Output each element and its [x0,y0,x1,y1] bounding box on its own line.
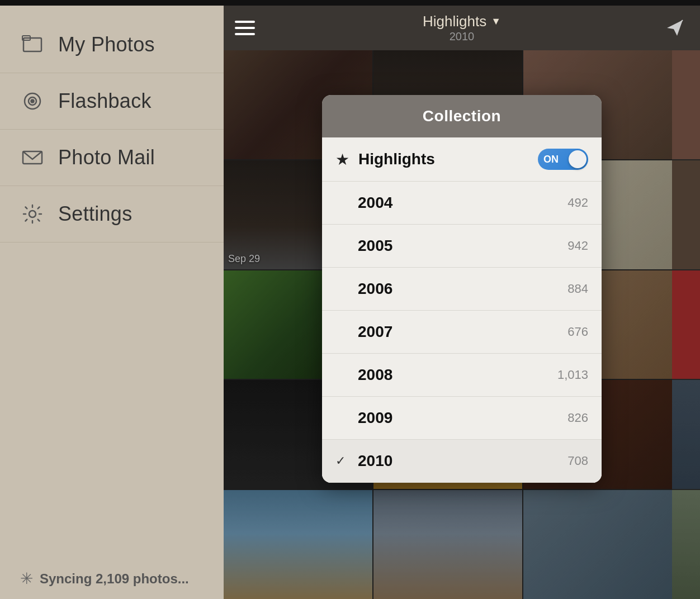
main-area: My Photos Flashback [0,6,700,599]
modal-overlay: Collection ★ Highlights ON [224,50,700,599]
highlights-label: Highlights [358,150,538,168]
year-label-2005: 2005 [358,237,567,255]
hamburger-line-1 [235,21,255,23]
sidebar-label-settings: Settings [58,202,132,226]
toggle-on-label: ON [543,154,559,165]
hamburger-line-3 [235,33,255,35]
svg-point-4 [31,100,34,103]
mail-icon [20,145,45,170]
sidebar-nav: My Photos Flashback [0,6,224,558]
year-count-2008: 1,013 [557,368,588,382]
sidebar: My Photos Flashback [0,6,224,599]
year-row-2008[interactable]: 2008 1,013 [322,354,602,397]
modal-content: ★ Highlights ON 2004 492 [322,137,602,483]
send-button[interactable] [661,14,689,42]
header-center: Highlights ▼ 2010 [423,13,501,43]
year-count-2007: 676 [567,325,588,339]
sidebar-label-my-photos: My Photos [58,33,155,56]
sidebar-label-photo-mail: Photo Mail [58,146,155,169]
chevron-down-icon: ▼ [491,16,501,27]
header-title-text: Highlights [423,13,486,30]
star-icon: ★ [335,150,349,169]
sidebar-item-my-photos[interactable]: My Photos [0,17,224,73]
sidebar-footer: ✳ Syncing 2,109 photos... [0,558,224,599]
modal-title: Collection [423,107,501,125]
content-area: Highlights ▼ 2010 Sep 2 [224,6,700,599]
year-count-2009: 826 [567,411,588,425]
sidebar-label-flashback: Flashback [58,89,152,113]
year-label-2010: 2010 [358,452,567,470]
hamburger-line-2 [235,27,255,29]
toggle-knob [569,150,587,168]
year-row-2007[interactable]: 2007 676 [322,311,602,354]
modal-header: Collection [322,95,602,137]
year-row-2004[interactable]: 2004 492 [322,182,602,225]
year-count-2010: 708 [567,454,588,468]
top-bar [0,0,700,6]
toggle-switch[interactable]: ON [538,149,588,170]
year-row-2009[interactable]: 2009 826 [322,397,602,440]
year-count-2005: 942 [567,239,588,253]
sync-status-text: Syncing 2,109 photos... [40,571,189,587]
year-label-2009: 2009 [358,409,567,427]
photo-icon [20,32,45,57]
year-check-2010: ✓ [335,454,352,468]
header-bar: Highlights ▼ 2010 [224,6,700,50]
year-label-2007: 2007 [358,323,567,341]
sidebar-item-settings[interactable]: Settings [0,186,224,243]
svg-point-6 [29,211,36,217]
year-row-2005[interactable]: 2005 942 [322,225,602,268]
year-count-2004: 492 [567,196,588,210]
year-label-2006: 2006 [358,280,567,298]
collection-modal: Collection ★ Highlights ON [322,95,602,483]
flashback-icon [20,89,45,113]
year-label-2008: 2008 [358,366,557,384]
sidebar-item-flashback[interactable]: Flashback [0,73,224,130]
sync-icon: ✳ [20,569,33,588]
header-title-row[interactable]: Highlights ▼ [423,13,501,30]
year-row-2010[interactable]: ✓ 2010 708 [322,440,602,483]
highlights-row[interactable]: ★ Highlights ON [322,137,602,182]
left-menu-button[interactable] [235,14,263,42]
gear-icon [20,202,45,226]
year-label-2004: 2004 [358,194,567,212]
year-count-2006: 884 [567,282,588,296]
year-row-2006[interactable]: 2006 884 [322,268,602,311]
header-subtitle: 2010 [423,30,501,43]
sidebar-item-photo-mail[interactable]: Photo Mail [0,130,224,186]
